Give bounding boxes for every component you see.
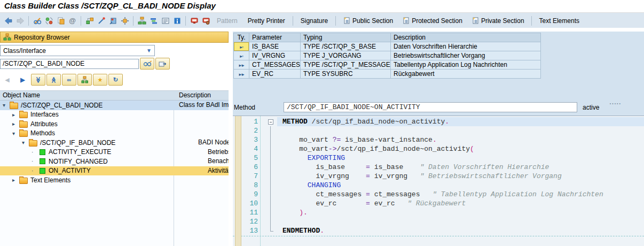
dereference-icon[interactable]: @ xyxy=(67,15,78,26)
bookmark-margin[interactable] xyxy=(235,116,241,246)
column-ty: Ty. xyxy=(234,33,249,42)
code-line[interactable]: 4 mo_vart->/sct/qp_if_badi_node~on_activ… xyxy=(233,144,644,153)
code-text[interactable]: ENDMETHOD. xyxy=(277,226,644,235)
tree-expander-icon[interactable]: ▾ xyxy=(3,102,10,108)
toolbar-separator xyxy=(133,16,133,26)
tree-header: Object Name Description xyxy=(0,91,229,101)
code-text[interactable]: EXPORTING xyxy=(277,153,644,163)
code-text[interactable]: CHANGING xyxy=(277,181,644,190)
tree-expander-icon[interactable]: ▾ xyxy=(12,130,19,136)
code-text[interactable] xyxy=(277,126,644,135)
tree-expander-icon[interactable]: ▸ xyxy=(12,112,19,118)
text-elements-button[interactable]: Text Elements xyxy=(535,17,584,25)
code-text[interactable] xyxy=(277,217,644,226)
code-line[interactable]: 3 mo_vart ?= is_base-vart_instance. xyxy=(233,135,644,144)
object-name-input[interactable]: /SCT/ZQP_CL_BADI_NODE xyxy=(0,59,139,69)
expand-all-icon[interactable]: ≫ xyxy=(31,74,45,86)
tree-item-icon xyxy=(19,112,28,118)
favorites-icon[interactable]: ★ xyxy=(93,74,107,86)
find-icon[interactable]: ∞ xyxy=(62,74,76,86)
code-line[interactable]: 12 xyxy=(233,217,644,226)
code-line[interactable]: 8 CHANGING xyxy=(233,181,644,190)
tree-row[interactable]: ▸ Text Elements xyxy=(0,175,229,185)
tree-row[interactable]: · NOTIFY_CHANGED Benachrichtigung ü xyxy=(0,157,229,166)
private-section-button[interactable]: Private Section xyxy=(467,17,529,25)
tree-item-description: Aktivitäten bei erfo xyxy=(205,166,229,176)
code-text[interactable]: iv_vrgng = iv_vrgng " Betriebswirtschaft… xyxy=(277,172,644,181)
protected-section-button[interactable]: Protected Section xyxy=(398,17,467,25)
collapse-all-icon[interactable]: ≪ xyxy=(46,74,61,86)
object-type-select[interactable]: Class/Interface ▼ xyxy=(0,45,155,56)
refresh-tree-icon[interactable]: ↻ xyxy=(108,74,123,86)
tree-row[interactable]: ▸ Attributes xyxy=(0,119,229,129)
tree-expander-icon[interactable]: ▾ xyxy=(22,140,29,145)
parameters-header-row: Ty. Parameter Typing Description xyxy=(234,33,541,42)
worklist-icon[interactable] xyxy=(77,74,92,86)
parameter-description: Daten Vorschriften Hierarchie xyxy=(391,42,541,51)
debug-icon[interactable] xyxy=(200,15,211,26)
refresh-icon[interactable] xyxy=(43,15,54,26)
signature-button[interactable]: Signature xyxy=(296,17,333,25)
back-icon[interactable] xyxy=(3,15,14,26)
test-icon[interactable] xyxy=(189,15,200,26)
tree-row[interactable]: ▾ Methods xyxy=(0,129,229,139)
code-line[interactable]: 13ENDMETHOD. xyxy=(233,226,644,235)
column-typing: Typing xyxy=(301,33,391,42)
navigate-icon[interactable] xyxy=(119,15,130,26)
method-end-separator xyxy=(233,236,644,236)
history-forward-icon[interactable]: ▶ xyxy=(15,74,30,86)
tree-expander-icon[interactable]: ▸ xyxy=(12,177,19,183)
code-line[interactable]: 5 EXPORTING xyxy=(233,153,644,163)
detail-view-icon[interactable] xyxy=(160,15,171,26)
tree-expander-icon[interactable]: · xyxy=(32,168,38,174)
line-number: 3 xyxy=(241,135,260,144)
generate-wand-icon[interactable] xyxy=(96,15,107,26)
tree-row[interactable]: ▸ Interfaces xyxy=(0,110,229,120)
code-text[interactable]: ). xyxy=(277,208,644,217)
fold-marker-icon[interactable] xyxy=(266,117,277,126)
tree-row[interactable]: ▾ /SCT/QP_IF_BADI_NODE BADI Node Notify xyxy=(0,138,229,148)
code-line[interactable]: 2 xyxy=(233,126,644,135)
copy-icon[interactable] xyxy=(55,15,66,26)
sort-levels-icon[interactable] xyxy=(148,15,159,26)
code-text[interactable]: is_base = is_base " Daten Vorschriften H… xyxy=(277,163,644,172)
code-text[interactable]: METHOD /sct/qp_if_badi_node~on_activity. xyxy=(277,117,644,126)
where-used-icon[interactable] xyxy=(107,15,119,26)
tree-row[interactable]: · ON_ACTIVITY Aktivitäten bei erfo xyxy=(0,166,229,176)
tree-item-icon xyxy=(19,121,28,128)
code-text[interactable]: mo_vart ?= is_base-vart_instance. xyxy=(277,135,644,144)
parameter-row[interactable]: ▸▫ IV_VRGNG TYPE J_VORGANG Betriebswirts… xyxy=(234,51,541,60)
tree-row[interactable]: ▾ /SCT/ZQP_CL_BADI_NODE Class for BAdI I… xyxy=(0,101,229,110)
display-change-icon[interactable] xyxy=(32,15,43,26)
code-line[interactable]: 6 is_base = is_base " Daten Vorschriften… xyxy=(233,163,644,172)
code-line[interactable]: 1METHOD /sct/qp_if_badi_node~on_activity… xyxy=(233,117,644,126)
tree-expander-icon[interactable]: · xyxy=(32,149,38,155)
forward-icon[interactable] xyxy=(14,15,26,26)
code-text[interactable]: ct_messages = ct_messages " Tabellentyp … xyxy=(277,190,644,199)
tree-row[interactable]: · ACTIVITY_EXECUTE Betriebswirtschaftli xyxy=(0,148,229,157)
parameter-row[interactable]: ▸▫ IS_BASE TYPE /SCT/QP_S_BASE Daten Vor… xyxy=(234,42,541,51)
method-name-field[interactable]: /SCT/QP_IF_BADI_NODE~ON_ACTIVITY xyxy=(284,102,577,112)
code-line[interactable]: 10 ev_rc = ev_rc " Rückgabewert xyxy=(233,199,644,208)
open-in-new-window-button[interactable] xyxy=(155,58,170,70)
tree-expander-icon[interactable]: · xyxy=(32,158,38,164)
display-object-button[interactable] xyxy=(140,58,154,70)
object-hierarchy-icon[interactable] xyxy=(136,15,147,26)
code-line[interactable]: 7 iv_vrgng = iv_vrgng " Betriebswirtscha… xyxy=(233,172,644,181)
history-back-icon[interactable]: ◀ xyxy=(0,74,14,86)
parameter-name: IS_BASE xyxy=(249,42,301,51)
browser-toolbar: ◀ ▶ ≫ ≪ ∞ ★ ↻ xyxy=(0,74,229,86)
code-text[interactable]: mo_vart->/sct/qp_if_badi_node~on_activit… xyxy=(277,144,644,153)
tree-expander-icon[interactable]: ▸ xyxy=(12,121,19,127)
copy-object-icon[interactable] xyxy=(84,15,95,26)
abap-code-editor[interactable]: 1METHOD /sct/qp_if_badi_node~on_activity… xyxy=(233,116,644,246)
code-text[interactable]: ev_rc = ev_rc " Rückgabewert xyxy=(277,199,644,208)
info-icon[interactable] xyxy=(171,15,183,26)
parameter-row[interactable]: ▸▫▸ CT_MESSAGES TYPE /SCT/QP_T_MESSAGES … xyxy=(234,60,541,70)
tree-item-description: Benachrichtigung ü xyxy=(205,157,229,166)
parameter-row[interactable]: ▸▫▸ EV_RC TYPE SYSUBRC Rückgabewert xyxy=(234,70,541,79)
code-line[interactable]: 11 ). xyxy=(233,208,644,217)
pretty-printer-button[interactable]: Pretty Printer xyxy=(243,17,290,25)
code-line[interactable]: 9 ct_messages = ct_messages " Tabellenty… xyxy=(233,190,644,199)
public-section-button[interactable]: Public Section xyxy=(339,17,397,25)
